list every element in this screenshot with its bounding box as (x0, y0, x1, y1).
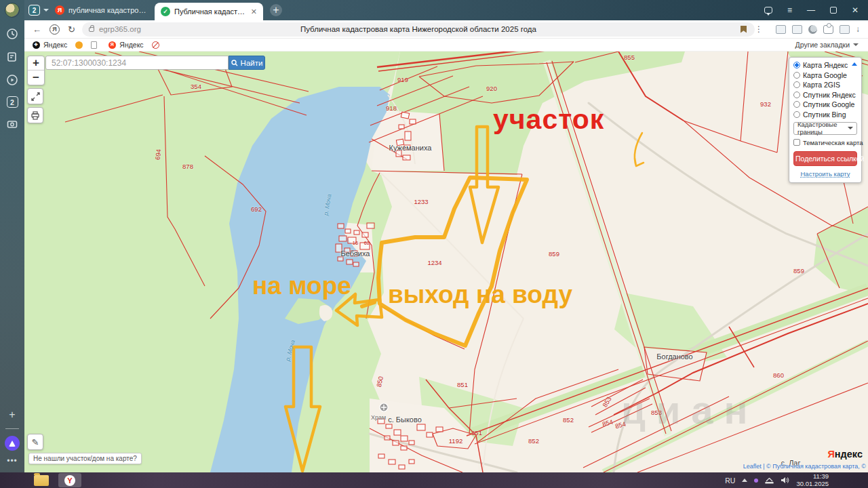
yandex-favicon: Я (55, 5, 64, 15)
layer-option-5[interactable]: Спутник Bing (793, 110, 857, 119)
video-icon[interactable] (5, 73, 19, 87)
notes-icon[interactable] (5, 50, 19, 64)
profile-avatar[interactable] (5, 3, 20, 18)
bookmark-flag-icon[interactable] (741, 26, 747, 33)
zoom-out-button[interactable]: − (28, 70, 44, 85)
speaker-icon[interactable] (781, 476, 789, 484)
mail-icon[interactable] (776, 25, 786, 34)
tab-bar: 2 Я публичная кадастровая к ✓ Публичная … (24, 0, 868, 20)
chevron-down-icon (43, 9, 49, 12)
radio-icon[interactable] (793, 62, 800, 68)
layer-option-1[interactable]: Карта Google (793, 71, 857, 79)
yandex-browser-taskbar-icon[interactable]: Y (58, 473, 81, 487)
page-title: Публичная кадастровая карта Нижегородско… (82, 25, 755, 33)
tray-app-icon[interactable] (754, 479, 758, 483)
map-canvas (24, 52, 868, 472)
network-icon[interactable] (765, 476, 774, 484)
layer-type-select[interactable]: Кадастровые границы (793, 122, 857, 135)
alice-assistant-icon[interactable] (5, 436, 20, 451)
layer-option-4[interactable]: Спутник Google (793, 100, 857, 108)
bookmark-blocked[interactable] (152, 41, 163, 49)
url-field[interactable]: egrp365.org Публичная кадастровая карта … (82, 22, 755, 37)
tab-inactive[interactable]: Я публичная кадастровая к (49, 0, 155, 20)
file-explorer-icon[interactable] (34, 475, 49, 486)
share-link-button[interactable]: Поделиться ссылкой (793, 151, 857, 166)
radio-icon[interactable] (793, 101, 800, 108)
screen: 2 + ••• 2 Я публичная кадастровая к ✓ Пу… (0, 0, 868, 488)
cadastral-search-input[interactable] (45, 56, 229, 70)
layer-option-2[interactable]: Карта 2GIS (793, 81, 857, 89)
bookmark-yandex[interactable]: Яндекс (33, 41, 67, 49)
language-indicator[interactable]: RU (725, 476, 735, 485)
sidebar-add-icon[interactable]: + (9, 408, 15, 422)
close-tab-icon[interactable]: ✕ (251, 7, 257, 16)
layer-options: Карта ЯндексКарта GoogleКарта 2GISСпутни… (793, 61, 857, 119)
clock[interactable]: 11:39 30.01.2025 (796, 473, 829, 487)
radio-icon[interactable] (793, 92, 800, 98)
tab-active[interactable]: ✓ Публичная кадастров ✕ (155, 3, 263, 20)
extensions-icon[interactable] (823, 25, 833, 34)
print-button[interactable] (27, 107, 43, 123)
sidebar-more-icon[interactable]: ••• (7, 456, 18, 466)
configure-map-link[interactable]: Настроить карту (793, 170, 857, 178)
sidebar-bottom: + ••• (5, 408, 20, 466)
radio-icon[interactable] (793, 111, 800, 118)
orange-dot-icon (75, 41, 83, 49)
bookmark-dot[interactable] (75, 41, 83, 49)
map-attribution[interactable]: Leaflet | © Публичная кадастровая карта,… (743, 463, 866, 470)
thematic-map-option[interactable]: Тематическая карта (793, 139, 857, 146)
address-bar: ← Я ↻ egrp365.org Публичная кадастровая … (24, 20, 868, 39)
refresh-icon[interactable]: ↻ (68, 24, 75, 35)
layer-option-3[interactable]: Спутник Яндекс (793, 91, 857, 99)
lock-icon (89, 27, 94, 32)
bookmark-yandex-2[interactable]: Яндекс (108, 41, 143, 49)
minimize-icon[interactable]: — (807, 5, 815, 15)
history-icon[interactable] (5, 27, 19, 41)
taskbar: Y RU 11:39 30.01.2025 (0, 472, 868, 488)
side-panel-icon[interactable] (840, 25, 850, 34)
protect-icon[interactable] (808, 25, 817, 34)
yandex-services-icon[interactable]: Я (50, 24, 60, 35)
edit-map-button[interactable]: ✎ (27, 434, 43, 450)
zoom-control: + − (27, 56, 45, 85)
feedback-icon[interactable] (764, 7, 772, 14)
menu-icon[interactable]: ≡ (787, 5, 792, 15)
other-bookmarks[interactable]: Другие закладки (795, 41, 859, 49)
yandex-app-icon (33, 41, 40, 49)
cadastral-map[interactable]: 3549199209188559326948786921233123485985… (24, 52, 868, 472)
church-icon (380, 403, 388, 411)
tray-expand-icon[interactable] (742, 479, 747, 482)
chevron-down-icon (853, 43, 859, 46)
downloads-icon[interactable]: ↓ (856, 24, 860, 34)
url-text[interactable]: egrp365.org (99, 25, 141, 33)
check-favicon: ✓ (161, 7, 170, 16)
layers-panel: Карта ЯндексКарта GoogleКарта 2GISСпутни… (789, 57, 862, 183)
browser-sidebar: 2 + ••• (0, 0, 24, 472)
yandex-red-icon (108, 41, 116, 49)
back-icon[interactable]: ← (33, 24, 41, 35)
bookmarks-bar: Яндекс Яндекс Другие закладки (24, 39, 868, 52)
radio-icon[interactable] (793, 72, 800, 79)
collections-icon[interactable] (792, 25, 802, 34)
system-tray: RU 11:39 30.01.2025 (725, 473, 829, 487)
window-controls: ≡ — ✕ (764, 5, 868, 15)
bookmark-page[interactable] (91, 41, 100, 49)
more-options-icon[interactable]: ⋮ (755, 24, 763, 34)
chevron-down-icon (848, 127, 853, 129)
screenshot-icon[interactable] (5, 117, 19, 131)
maximize-icon[interactable] (830, 7, 837, 14)
fullscreen-button[interactable] (27, 88, 43, 104)
collapse-panel-icon[interactable] (852, 62, 857, 66)
page-icon (91, 41, 97, 49)
find-button[interactable]: Найти (229, 56, 265, 70)
checkbox-icon[interactable] (793, 139, 800, 146)
new-tab-button[interactable]: + (270, 4, 282, 16)
tab-counter[interactable]: 2 (28, 5, 49, 16)
tabs-count-icon[interactable]: 2 (7, 96, 18, 108)
blocked-icon (152, 41, 159, 49)
zoom-in-button[interactable]: + (28, 56, 44, 70)
yandex-logo: Яндекс (827, 449, 863, 460)
layer-option-0[interactable]: Карта Яндекс (793, 61, 857, 69)
radio-icon[interactable] (793, 81, 800, 88)
close-window-icon[interactable]: ✕ (852, 5, 859, 15)
